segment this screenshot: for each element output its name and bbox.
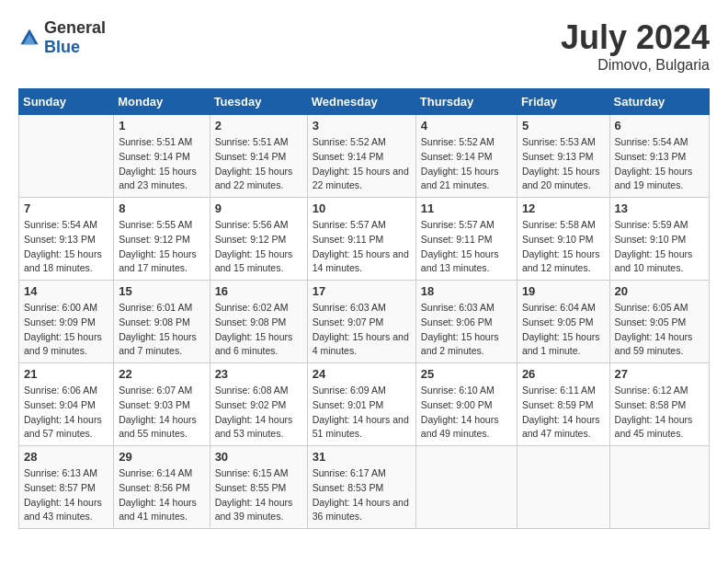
day-number: 29 [119,450,204,464]
calendar-cell: 13Sunrise: 5:59 AMSunset: 9:10 PMDayligh… [609,198,709,281]
day-info: Sunrise: 6:12 AMSunset: 8:58 PMDaylight:… [615,384,704,442]
day-info: Sunrise: 6:09 AMSunset: 9:01 PMDaylight:… [313,384,411,442]
day-number: 31 [313,450,411,464]
day-number: 5 [522,119,605,132]
day-number: 4 [421,119,512,132]
day-number: 17 [313,284,411,298]
logo: General Blue [18,18,106,57]
calendar-cell: 29Sunrise: 6:14 AMSunset: 8:56 PMDayligh… [114,446,210,529]
day-info: Sunrise: 6:14 AMSunset: 8:56 PMDaylight:… [119,466,204,524]
day-number: 21 [24,367,108,381]
day-number: 26 [522,367,605,381]
day-number: 1 [119,119,204,132]
header-day-tuesday: Tuesday [210,89,307,115]
calendar-cell: 17Sunrise: 6:03 AMSunset: 9:07 PMDayligh… [307,281,415,363]
day-info: Sunrise: 6:07 AMSunset: 9:03 PMDaylight:… [119,384,204,442]
calendar-cell: 30Sunrise: 6:15 AMSunset: 8:55 PMDayligh… [210,446,307,529]
calendar-cell [19,115,114,198]
day-info: Sunrise: 5:56 AMSunset: 9:12 PMDaylight:… [215,218,302,276]
day-info: Sunrise: 5:51 AMSunset: 9:14 PMDaylight:… [119,135,204,193]
day-number: 6 [615,119,704,132]
calendar-cell: 3Sunrise: 5:52 AMSunset: 9:14 PMDaylight… [307,115,415,198]
day-info: Sunrise: 6:10 AMSunset: 9:00 PMDaylight:… [421,384,512,442]
day-number: 27 [615,367,704,381]
day-number: 14 [24,284,108,298]
calendar-table: SundayMondayTuesdayWednesdayThursdayFrid… [18,88,710,529]
header-day-wednesday: Wednesday [307,89,415,115]
header: General Blue July 2024 Dimovo, Bulgaria [18,18,710,74]
calendar-cell: 7Sunrise: 5:54 AMSunset: 9:13 PMDaylight… [19,198,114,281]
calendar-cell [517,446,609,529]
day-info: Sunrise: 5:57 AMSunset: 9:11 PMDaylight:… [421,218,512,276]
calendar-cell: 15Sunrise: 6:01 AMSunset: 9:08 PMDayligh… [114,281,210,363]
week-row-4: 21Sunrise: 6:06 AMSunset: 9:04 PMDayligh… [19,363,710,446]
calendar-cell: 18Sunrise: 6:03 AMSunset: 9:06 PMDayligh… [415,281,517,363]
day-info: Sunrise: 5:53 AMSunset: 9:13 PMDaylight:… [522,135,605,193]
header-day-saturday: Saturday [609,89,709,115]
day-number: 19 [522,284,605,298]
day-info: Sunrise: 6:02 AMSunset: 9:08 PMDaylight:… [215,301,302,359]
day-number: 24 [313,367,411,381]
calendar-cell: 19Sunrise: 6:04 AMSunset: 9:05 PMDayligh… [517,281,609,363]
calendar-cell: 26Sunrise: 6:11 AMSunset: 8:59 PMDayligh… [517,363,609,446]
day-info: Sunrise: 6:03 AMSunset: 9:07 PMDaylight:… [313,301,411,359]
day-number: 9 [215,201,302,215]
calendar-cell [609,446,709,529]
header-day-thursday: Thursday [415,89,517,115]
day-info: Sunrise: 6:11 AMSunset: 8:59 PMDaylight:… [522,384,605,442]
header-row: SundayMondayTuesdayWednesdayThursdayFrid… [19,89,710,115]
day-info: Sunrise: 5:57 AMSunset: 9:11 PMDaylight:… [313,218,411,276]
day-info: Sunrise: 6:01 AMSunset: 9:08 PMDaylight:… [119,301,204,359]
day-info: Sunrise: 6:06 AMSunset: 9:04 PMDaylight:… [24,384,108,442]
day-info: Sunrise: 5:54 AMSunset: 9:13 PMDaylight:… [615,135,704,193]
header-day-sunday: Sunday [19,89,114,115]
calendar-cell: 21Sunrise: 6:06 AMSunset: 9:04 PMDayligh… [19,363,114,446]
day-info: Sunrise: 6:03 AMSunset: 9:06 PMDaylight:… [421,301,512,359]
header-day-monday: Monday [114,89,210,115]
week-row-2: 7Sunrise: 5:54 AMSunset: 9:13 PMDaylight… [19,198,710,281]
day-info: Sunrise: 5:54 AMSunset: 9:13 PMDaylight:… [24,218,108,276]
day-info: Sunrise: 6:04 AMSunset: 9:05 PMDaylight:… [522,301,605,359]
day-number: 18 [421,284,512,298]
day-number: 13 [615,201,704,215]
calendar-cell: 28Sunrise: 6:13 AMSunset: 8:57 PMDayligh… [19,446,114,529]
calendar-cell: 31Sunrise: 6:17 AMSunset: 8:53 PMDayligh… [307,446,415,529]
day-info: Sunrise: 6:08 AMSunset: 9:02 PMDaylight:… [215,384,302,442]
calendar-cell: 8Sunrise: 5:55 AMSunset: 9:12 PMDaylight… [114,198,210,281]
day-number: 16 [215,284,302,298]
calendar-cell: 1Sunrise: 5:51 AMSunset: 9:14 PMDaylight… [114,115,210,198]
day-info: Sunrise: 6:13 AMSunset: 8:57 PMDaylight:… [24,466,108,524]
calendar-cell: 20Sunrise: 6:05 AMSunset: 9:05 PMDayligh… [609,281,709,363]
calendar-cell: 9Sunrise: 5:56 AMSunset: 9:12 PMDaylight… [210,198,307,281]
day-number: 12 [522,201,605,215]
day-number: 10 [313,201,411,215]
day-number: 15 [119,284,204,298]
main-title: July 2024 [561,18,710,57]
day-info: Sunrise: 6:05 AMSunset: 9:05 PMDaylight:… [615,301,704,359]
calendar-cell: 16Sunrise: 6:02 AMSunset: 9:08 PMDayligh… [210,281,307,363]
day-number: 2 [215,119,302,132]
calendar-cell: 6Sunrise: 5:54 AMSunset: 9:13 PMDaylight… [609,115,709,198]
day-number: 28 [24,450,108,464]
calendar-cell [415,446,517,529]
title-area: July 2024 Dimovo, Bulgaria [561,18,710,74]
day-number: 11 [421,201,512,215]
header-day-friday: Friday [517,89,609,115]
day-number: 22 [119,367,204,381]
week-row-3: 14Sunrise: 6:00 AMSunset: 9:09 PMDayligh… [19,281,710,363]
day-number: 3 [313,119,411,132]
calendar-cell: 27Sunrise: 6:12 AMSunset: 8:58 PMDayligh… [609,363,709,446]
calendar-cell: 14Sunrise: 6:00 AMSunset: 9:09 PMDayligh… [19,281,114,363]
subtitle: Dimovo, Bulgaria [561,57,710,74]
day-number: 8 [119,201,204,215]
calendar-cell: 12Sunrise: 5:58 AMSunset: 9:10 PMDayligh… [517,198,609,281]
calendar-cell: 24Sunrise: 6:09 AMSunset: 9:01 PMDayligh… [307,363,415,446]
day-info: Sunrise: 5:59 AMSunset: 9:10 PMDaylight:… [615,218,704,276]
logo-general-text: General [44,18,106,37]
day-info: Sunrise: 6:17 AMSunset: 8:53 PMDaylight:… [313,466,411,524]
calendar-cell: 2Sunrise: 5:51 AMSunset: 9:14 PMDaylight… [210,115,307,198]
calendar-cell: 5Sunrise: 5:53 AMSunset: 9:13 PMDaylight… [517,115,609,198]
day-number: 23 [215,367,302,381]
day-info: Sunrise: 5:52 AMSunset: 9:14 PMDaylight:… [313,135,411,193]
week-row-1: 1Sunrise: 5:51 AMSunset: 9:14 PMDaylight… [19,115,710,198]
